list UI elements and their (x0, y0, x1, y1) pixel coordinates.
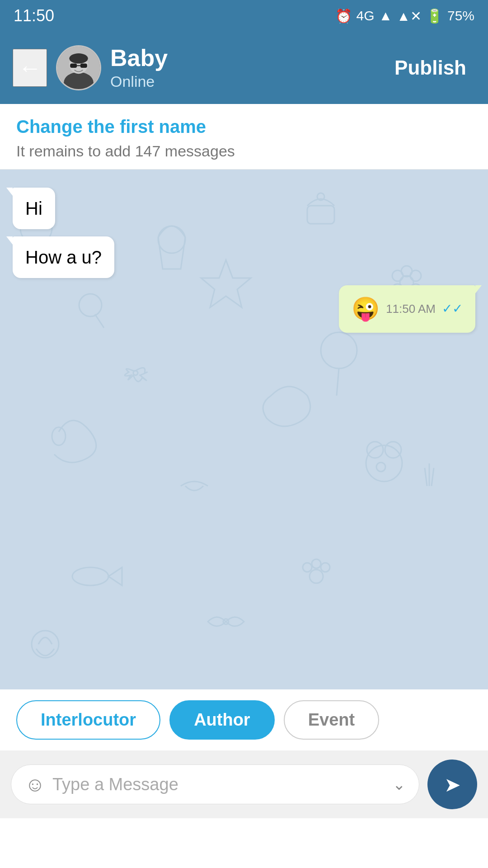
message-time: 11:50 AM (386, 302, 436, 317)
svg-point-27 (367, 442, 383, 458)
message-text: How a u? (25, 247, 102, 267)
contact-name: Baby (110, 45, 376, 71)
notice-subtitle: It remains to add 147 messages (16, 142, 472, 160)
svg-point-14 (52, 427, 66, 445)
message-input[interactable] (52, 775, 385, 794)
back-button[interactable]: ← (13, 49, 47, 87)
notice-title: Change the first name (16, 117, 472, 137)
svg-rect-5 (80, 64, 87, 68)
svg-point-29 (376, 462, 385, 472)
read-ticks: ✓✓ (442, 301, 463, 317)
svg-line-39 (432, 468, 434, 486)
svg-point-36 (32, 631, 59, 658)
message-text: Hi (25, 198, 42, 218)
svg-point-34 (321, 563, 330, 572)
message-input-container: ☺ ⌄ (11, 764, 419, 804)
role-interlocutor-button[interactable]: Interlocutor (16, 700, 160, 740)
svg-point-30 (72, 567, 108, 585)
status-bar: 11:50 ⏰ 4G ▲ ▲✕ 🔋 75% (0, 0, 488, 32)
publish-button[interactable]: Publish (385, 52, 475, 84)
battery-label: 75% (447, 8, 474, 24)
message-hi: Hi (13, 188, 55, 229)
emoji-button[interactable]: ☺ (25, 773, 45, 796)
role-event-button[interactable]: Event (284, 700, 379, 740)
app-bar: ← Baby Online Publish (0, 32, 488, 104)
contact-info: Baby Online (110, 45, 376, 90)
svg-point-3 (69, 53, 88, 64)
role-selector: Interlocutor Author Event (0, 689, 488, 750)
status-icons: ⏰ 4G ▲ ▲✕ 🔋 75% (335, 8, 474, 24)
svg-point-31 (310, 570, 323, 583)
chat-area: Hi How a u? 😜 11:50 AM ✓✓ (0, 170, 488, 689)
signal2-icon: ▲✕ (397, 8, 422, 24)
input-bar: ☺ ⌄ ➤ (0, 750, 488, 818)
message-how-are-you: How a u? (13, 236, 114, 278)
contact-status: Online (110, 73, 376, 90)
svg-line-17 (337, 368, 339, 396)
svg-point-33 (312, 559, 321, 568)
avatar (56, 45, 101, 90)
send-icon: ➤ (444, 773, 461, 796)
battery-icon: 🔋 (426, 8, 443, 24)
notice-banner: Change the first name It remains to add … (0, 104, 488, 170)
chevron-down-icon[interactable]: ⌄ (393, 775, 405, 793)
svg-point-28 (385, 442, 401, 458)
network-label: 4G (357, 8, 375, 24)
message-outgoing-emoji: 😜 11:50 AM ✓✓ (339, 285, 475, 333)
svg-rect-4 (70, 64, 77, 68)
signal-icon: ▲ (379, 8, 393, 24)
send-button[interactable]: ➤ (427, 760, 477, 809)
status-time: 11:50 (14, 6, 54, 25)
chat-messages: Hi How a u? 😜 11:50 AM ✓✓ (0, 170, 488, 351)
svg-line-38 (425, 468, 427, 486)
outgoing-emoji: 😜 (352, 294, 380, 324)
clock-icon: ⏰ (335, 8, 352, 24)
svg-point-32 (303, 563, 312, 572)
role-author-button[interactable]: Author (169, 700, 275, 740)
